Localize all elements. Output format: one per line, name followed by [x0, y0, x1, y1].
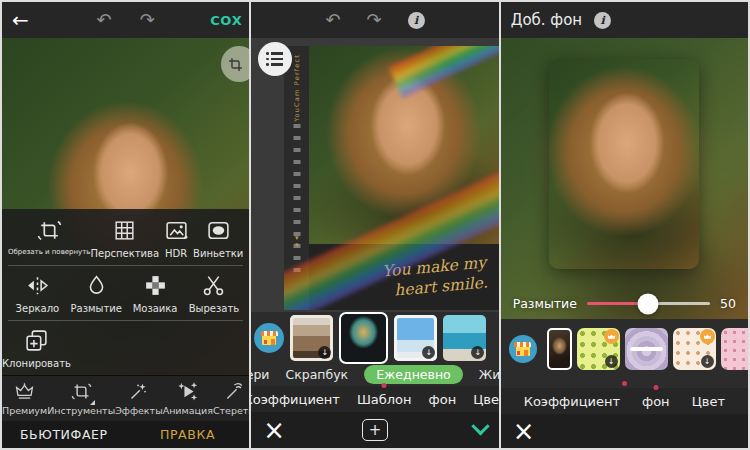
- background-thumb-pink[interactable]: [721, 328, 748, 370]
- store-icon[interactable]: [254, 323, 284, 353]
- tab-edit[interactable]: ПРАВКА: [126, 427, 250, 442]
- mosaic-icon: [143, 273, 168, 298]
- mode-color[interactable]: Цвет: [473, 390, 499, 409]
- template-thumb[interactable]: [443, 315, 486, 361]
- info-icon[interactable]: i: [594, 12, 611, 29]
- download-icon: [471, 346, 484, 359]
- right-topbar: Доб. фон i: [501, 2, 748, 38]
- undo-icon[interactable]: ↶: [325, 11, 340, 29]
- tool-hdr[interactable]: HDR: [159, 218, 193, 259]
- toolbar-premium[interactable]: Премиум: [2, 376, 47, 421]
- blur-slider[interactable]: [587, 302, 710, 305]
- tool-crop-rotate[interactable]: Обрезать и повернуть: [8, 218, 90, 259]
- template-thumb-selected[interactable]: [339, 312, 388, 364]
- tool-label: Мозаика: [133, 303, 178, 314]
- tool-label: Зеркало: [16, 303, 60, 314]
- toolbar-animation[interactable]: Анимация: [163, 376, 213, 421]
- gold-arrows-icon: ▾▾: [295, 235, 299, 248]
- panel-title: Доб. фон: [511, 11, 583, 29]
- redo-icon[interactable]: ↷: [140, 11, 155, 29]
- template-card[interactable]: YouCam Perfect ▾▾ You make my heart smil…: [284, 46, 498, 310]
- tool-label: Обрезать и повернуть: [8, 248, 90, 256]
- store-icon[interactable]: [509, 335, 537, 363]
- caption-script-text: You make my heart smile.: [381, 252, 488, 301]
- tab-beautifier[interactable]: БЬЮТИФАЕР: [2, 427, 126, 442]
- foreground-photo-card[interactable]: [549, 59, 699, 269]
- template-thumb[interactable]: [290, 315, 333, 361]
- tools-crop-icon: [71, 381, 92, 402]
- close-icon[interactable]: ×: [263, 417, 285, 443]
- mode-background[interactable]: фон: [429, 390, 457, 409]
- toolbar-label: Премиум: [2, 405, 47, 416]
- hdr-icon: [164, 218, 189, 243]
- blur-drop-icon: [84, 273, 109, 298]
- back-icon[interactable]: ←: [12, 8, 29, 32]
- template-thumb[interactable]: [394, 315, 437, 361]
- category-scrapbook[interactable]: Скрапбук: [285, 367, 348, 382]
- apply-chevron-icon[interactable]: [471, 417, 489, 435]
- toolbar-erase[interactable]: Стереть: [213, 376, 249, 421]
- category-daily-active[interactable]: Ежедневно: [364, 365, 463, 384]
- premium-crown-icon: [700, 329, 715, 344]
- category-mothers[interactable]: матери: [251, 367, 269, 382]
- tool-label: Размытие: [71, 303, 122, 314]
- caption-area: You make my heart smile.: [309, 244, 498, 310]
- category-tabs: матери Скрапбук Ежедневно Животные День: [251, 364, 498, 386]
- middle-topbar: ↶ ↷ i: [251, 2, 498, 38]
- blur-slider-row: Размытие 50: [501, 296, 748, 311]
- background-thumb-teddy[interactable]: [673, 328, 716, 370]
- tool-cutout[interactable]: Вырезать: [184, 273, 243, 314]
- toolbar-label: Анимация: [163, 405, 213, 416]
- play-stars-icon: [177, 381, 198, 402]
- watermark-text: YouCam Perfect: [293, 54, 301, 122]
- tool-label: Перспектива: [90, 248, 159, 259]
- mirror-icon: [25, 273, 50, 298]
- mode-ratio[interactable]: Коэффициент: [251, 390, 340, 409]
- active-dot: [622, 381, 627, 386]
- toolbar-label: Стереть: [213, 405, 249, 416]
- mode-template[interactable]: Шаблон: [357, 390, 412, 409]
- slider-label: Размытие: [513, 296, 577, 311]
- mode-color[interactable]: Цвет: [692, 392, 725, 411]
- add-photo-button[interactable]: +: [362, 419, 388, 441]
- save-button[interactable]: СОХ: [210, 13, 242, 28]
- page-indicator: [501, 379, 748, 388]
- category-animals[interactable]: Животные: [479, 367, 499, 382]
- undo-icon[interactable]: ↶: [97, 11, 112, 29]
- tools-menu: Обрезать и повернуть Перспектива HDR: [2, 209, 249, 375]
- dash-ruler: [293, 124, 300, 274]
- submenu-indicator-icon: [90, 400, 95, 405]
- close-icon[interactable]: ×: [513, 418, 535, 444]
- bottom-tab-bar: БЬЮТИФАЕР ПРАВКА: [2, 421, 249, 448]
- mode-tabs: Коэффициент фон Цвет: [501, 388, 748, 414]
- tool-clone[interactable]: Клонировать: [2, 328, 71, 369]
- slider-thumb[interactable]: [638, 293, 659, 314]
- info-icon[interactable]: i: [408, 12, 425, 29]
- toolbar-tools[interactable]: Инструменты: [47, 376, 115, 421]
- tool-label: Клонировать: [2, 358, 71, 369]
- erase-wand-icon: [223, 381, 244, 402]
- left-topbar: ← ↶ ↷ СОХ: [2, 2, 249, 38]
- template-panel: ↶ ↷ i YouCam Perfect ▾▾ You make my hear…: [251, 2, 498, 448]
- toolbar-effects[interactable]: Эффекты: [115, 376, 163, 421]
- tool-mirror[interactable]: Зеркало: [8, 273, 67, 314]
- tool-mosaic[interactable]: Мозаика: [126, 273, 185, 314]
- add-background-panel: Доб. фон i Размытие 50: [501, 2, 748, 448]
- tool-blur[interactable]: Размытие: [67, 273, 126, 314]
- tool-vignette[interactable]: Виньетки: [193, 218, 243, 259]
- toolbar-label: Эффекты: [115, 405, 163, 416]
- mode-tabs: Коэффициент Шаблон фон Цвет: [251, 386, 498, 412]
- background-thumb-hearts-loading[interactable]: [625, 328, 668, 370]
- template-photo: [309, 46, 498, 244]
- tool-perspective[interactable]: Перспектива: [90, 218, 159, 259]
- mode-ratio[interactable]: Коэффициент: [524, 392, 620, 411]
- background-thumb-selected[interactable]: [547, 328, 572, 370]
- loading-bar: [630, 347, 663, 351]
- redo-icon[interactable]: ↷: [366, 11, 381, 29]
- mode-background[interactable]: фон: [642, 392, 670, 411]
- floating-crop-button[interactable]: [221, 46, 249, 82]
- background-thumbnails: [501, 319, 748, 379]
- crown-icon: [14, 381, 35, 402]
- background-thumb-avocado[interactable]: [577, 328, 620, 370]
- photo-canvas: Обрезать и повернуть Перспектива HDR: [2, 38, 249, 375]
